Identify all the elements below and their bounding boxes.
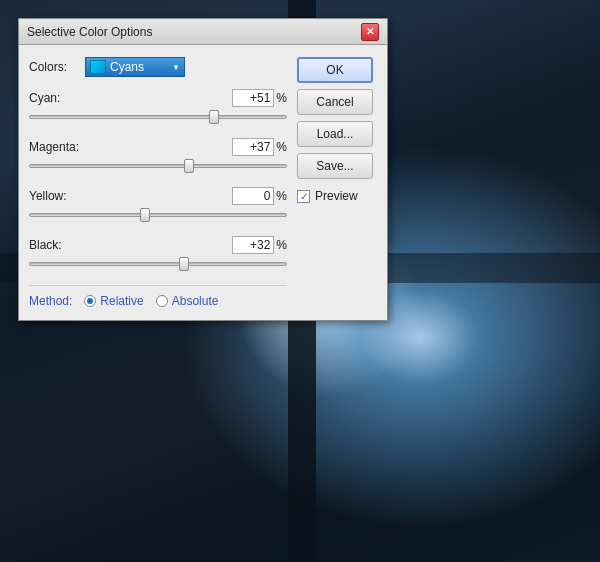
chevron-down-icon: ▼ [172, 63, 180, 72]
black-percent: % [276, 238, 287, 252]
load-label: Load... [317, 127, 354, 141]
method-row: Method: Relative Absolute [29, 285, 287, 308]
right-panel: OK Cancel Load... Save... ✓ Preview [297, 57, 377, 308]
cyan-slider[interactable] [29, 110, 287, 124]
yellow-row: Yellow: % [29, 187, 287, 222]
magenta-percent: % [276, 140, 287, 154]
relative-radio[interactable]: Relative [84, 294, 143, 308]
dialog-window: Selective Color Options ✕ Colors: Cyans … [18, 18, 388, 321]
preview-label: Preview [315, 189, 358, 203]
cyan-input[interactable] [232, 89, 274, 107]
yellow-label: Yellow: [29, 189, 89, 203]
cyan-percent: % [276, 91, 287, 105]
colors-label: Colors: [29, 60, 77, 74]
color-swatch [90, 60, 106, 74]
cyan-thumb[interactable] [209, 110, 219, 124]
cancel-button[interactable]: Cancel [297, 89, 373, 115]
preview-checkbox[interactable]: ✓ [297, 190, 310, 203]
yellow-thumb[interactable] [140, 208, 150, 222]
close-icon: ✕ [366, 26, 374, 37]
black-label: Black: [29, 238, 89, 252]
save-button[interactable]: Save... [297, 153, 373, 179]
yellow-input[interactable] [232, 187, 274, 205]
absolute-radio[interactable]: Absolute [156, 294, 219, 308]
dialog-body: Colors: Cyans ▼ Cyan: % [19, 45, 387, 320]
relative-radio-button[interactable] [84, 295, 96, 307]
preview-row: ✓ Preview [297, 189, 377, 203]
left-panel: Colors: Cyans ▼ Cyan: % [29, 57, 287, 308]
method-label: Method: [29, 294, 72, 308]
black-slider[interactable] [29, 257, 287, 271]
yellow-slider[interactable] [29, 208, 287, 222]
magenta-thumb[interactable] [184, 159, 194, 173]
absolute-radio-button[interactable] [156, 295, 168, 307]
save-label: Save... [316, 159, 353, 173]
cyan-row: Cyan: % [29, 89, 287, 124]
magenta-slider[interactable] [29, 159, 287, 173]
yellow-percent: % [276, 189, 287, 203]
ok-label: OK [326, 63, 343, 77]
ok-button[interactable]: OK [297, 57, 373, 83]
load-button[interactable]: Load... [297, 121, 373, 147]
relative-radio-fill [87, 298, 93, 304]
dialog-title: Selective Color Options [27, 25, 152, 39]
magenta-track [29, 164, 287, 168]
relative-label: Relative [100, 294, 143, 308]
yellow-track [29, 213, 287, 217]
black-track [29, 262, 287, 266]
cancel-label: Cancel [316, 95, 353, 109]
black-row: Black: % [29, 236, 287, 271]
cyan-label: Cyan: [29, 91, 89, 105]
cyan-track [29, 115, 287, 119]
magenta-input[interactable] [232, 138, 274, 156]
colors-dropdown[interactable]: Cyans ▼ [85, 57, 185, 77]
black-thumb[interactable] [179, 257, 189, 271]
title-bar: Selective Color Options ✕ [19, 19, 387, 45]
colors-row: Colors: Cyans ▼ [29, 57, 287, 77]
colors-selected: Cyans [110, 60, 168, 74]
absolute-label: Absolute [172, 294, 219, 308]
close-button[interactable]: ✕ [361, 23, 379, 41]
magenta-label: Magenta: [29, 140, 89, 154]
magenta-row: Magenta: % [29, 138, 287, 173]
black-input[interactable] [232, 236, 274, 254]
